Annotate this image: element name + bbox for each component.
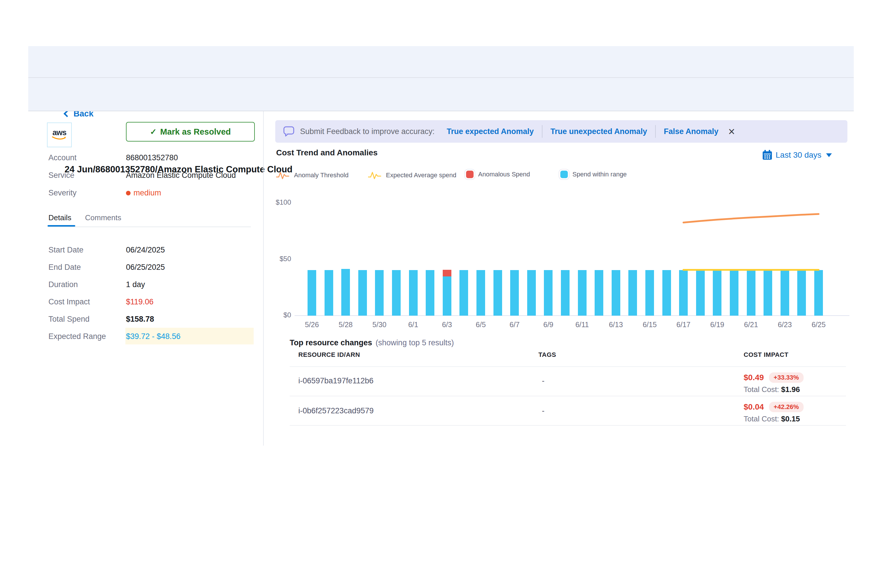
resource-id-link[interactable]: i-06597ba197fe112b6	[298, 376, 374, 386]
resource-id-link[interactable]: i-0b6f257223cad9579	[298, 406, 374, 416]
resource-table-title: Top resource changes (showing top 5 resu…	[290, 338, 454, 347]
impact-percent-badge: +33.33%	[769, 372, 803, 383]
x-tick-6/25: 6/25	[806, 321, 831, 329]
bar-5/28[interactable]	[341, 269, 350, 316]
bar-chart: 5/265/285/306/16/36/56/76/96/116/136/156…	[0, 0, 882, 588]
bar-6/2[interactable]	[426, 270, 434, 316]
bar-6/25[interactable]	[814, 270, 823, 316]
x-tick-6/9: 6/9	[535, 321, 561, 329]
impact-amount: $0.04	[744, 402, 764, 412]
impact-amount: $0.49	[744, 373, 764, 382]
bar-6/22[interactable]	[764, 270, 772, 316]
bar-6/12[interactable]	[595, 270, 603, 316]
bar-6/5[interactable]	[477, 270, 485, 316]
bar-5/26[interactable]	[308, 270, 316, 316]
cost-impact-cell: $0.49 +33.33% Total Cost: $1.96	[744, 372, 804, 394]
x-tick-6/15: 6/15	[637, 321, 663, 329]
bar-6/15[interactable]	[645, 270, 654, 316]
bar-6/1[interactable]	[409, 270, 418, 316]
bar-6/9[interactable]	[544, 270, 552, 316]
table-divider	[290, 425, 846, 426]
bar-6/18[interactable]	[696, 270, 705, 316]
x-tick-6/21: 6/21	[738, 321, 764, 329]
x-tick-6/5: 6/5	[468, 321, 494, 329]
bar-6/17[interactable]	[679, 270, 688, 316]
bar-5/29[interactable]	[358, 270, 367, 316]
bar-6/4[interactable]	[459, 270, 468, 316]
x-tick-6/13: 6/13	[603, 321, 629, 329]
x-tick-6/11: 6/11	[569, 321, 595, 329]
col-header-resource-id: RESOURCE ID/ARN	[298, 351, 360, 358]
cost-impact-cell: $0.04 +42.26% Total Cost: $0.15	[744, 402, 804, 423]
x-tick-6/7: 6/7	[501, 321, 528, 329]
bar-6/14[interactable]	[628, 270, 637, 316]
x-tick-6/3: 6/3	[434, 321, 460, 329]
x-tick-6/23: 6/23	[772, 321, 798, 329]
x-tick-6/17: 6/17	[670, 321, 696, 329]
bar-6/19[interactable]	[713, 270, 722, 316]
bar-6/8[interactable]	[527, 270, 536, 316]
bar-6/21[interactable]	[747, 270, 756, 316]
bar-5/31[interactable]	[392, 270, 400, 316]
x-tick-6/1: 6/1	[400, 321, 426, 329]
x-tick-6/19: 6/19	[704, 321, 730, 329]
bar-6/10[interactable]	[561, 270, 570, 316]
bar-6/16[interactable]	[662, 270, 671, 316]
bar-6/20[interactable]	[730, 270, 738, 316]
tags-value: -	[542, 376, 544, 386]
col-header-tags: TAGS	[538, 351, 556, 358]
bar-6/13[interactable]	[612, 270, 620, 316]
bar-6/6[interactable]	[494, 270, 502, 316]
bar-6/7[interactable]	[510, 270, 519, 316]
bar-6/24[interactable]	[797, 270, 806, 316]
tags-value: -	[542, 406, 544, 416]
impact-percent-badge: +42.26%	[769, 402, 803, 412]
table-divider	[290, 396, 846, 396]
col-header-cost-impact: COST IMPACT	[744, 351, 788, 358]
bar-6/3[interactable]	[443, 276, 452, 316]
x-tick-5/26: 5/26	[299, 321, 325, 329]
x-tick-5/30: 5/30	[366, 321, 392, 329]
bar-6/23[interactable]	[780, 270, 789, 316]
anomalous-bar-6/3[interactable]	[443, 270, 452, 276]
bar-6/11[interactable]	[578, 270, 586, 316]
table-divider	[290, 366, 846, 367]
x-tick-5/28: 5/28	[333, 321, 358, 329]
bar-5/30[interactable]	[375, 270, 384, 316]
bar-5/27[interactable]	[324, 270, 333, 316]
anomaly-details-page: Account: CCM-NG Anomalies Back 24 Jun/86…	[0, 0, 882, 588]
